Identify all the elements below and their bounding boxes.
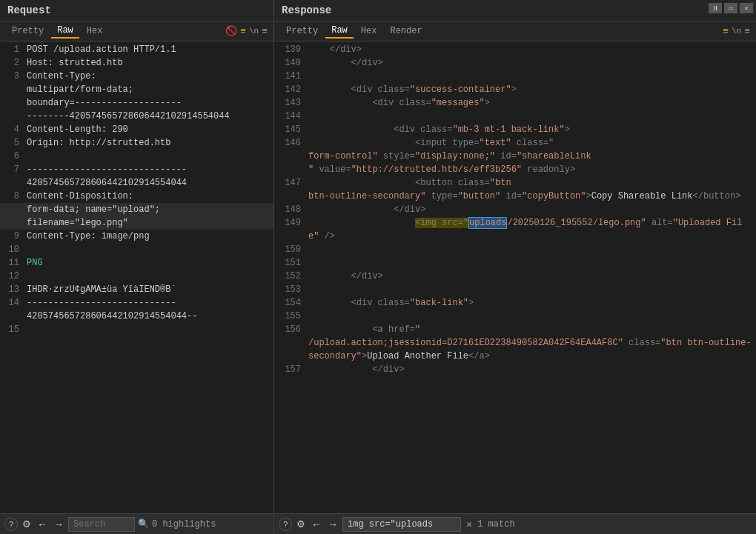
- line-num: 9: [4, 230, 19, 243]
- request-panel-header: Request: [0, 0, 273, 21]
- line-content: </div>: [308, 56, 383, 70]
- line-content: </div>: [308, 270, 383, 283]
- tab-response-render[interactable]: Render: [384, 24, 428, 38]
- highlights-label: 0 highlights: [152, 519, 216, 530]
- line-content: filename="lego.png": [27, 216, 128, 230]
- table-row: 9 Content-Type: image/png: [0, 230, 273, 243]
- table-row: 15: [0, 323, 273, 336]
- line-num: [4, 203, 19, 216]
- table-row: 148 </div>: [274, 203, 756, 216]
- line-content: multipart/form-data;: [27, 83, 133, 96]
- back-button-right[interactable]: ←: [310, 518, 323, 530]
- response-newline-icon[interactable]: \n: [732, 27, 741, 36]
- help-button-right[interactable]: ?: [279, 518, 292, 531]
- back-button-left[interactable]: ←: [36, 518, 49, 530]
- tab-request-pretty[interactable]: Pretty: [6, 24, 50, 38]
- request-content: 1 POST /upload.action HTTP/1.1 2 Host: s…: [0, 41, 273, 513]
- line-num: 155: [279, 310, 301, 323]
- line-content: Content-Disposition:: [27, 190, 133, 203]
- search-input-right[interactable]: [342, 517, 461, 532]
- settings-button-left[interactable]: ⚙: [21, 518, 33, 530]
- line-num: 14: [4, 296, 19, 310]
- table-row: form-control" style="display:none;" id="…: [274, 150, 756, 163]
- line-content: </div>: [308, 363, 405, 376]
- table-row: --------420574565728606442102914554044: [0, 110, 273, 123]
- line-num: 2: [4, 56, 19, 70]
- line-content: </div>: [308, 203, 425, 216]
- line-num: 13: [4, 283, 19, 296]
- table-row: boundary=--------------------: [0, 96, 273, 110]
- line-num: 10: [4, 243, 19, 256]
- table-row: form-data; name="upload";: [0, 203, 273, 216]
- request-no-cache-icon[interactable]: 🚫: [225, 25, 237, 37]
- close-icon[interactable]: ✕: [740, 3, 753, 13]
- tab-response-pretty[interactable]: Pretty: [280, 24, 324, 38]
- search-icon-left: 🔍: [138, 518, 149, 530]
- table-row: 150: [274, 243, 756, 256]
- line-num: 153: [279, 283, 301, 296]
- line-content: <a href=": [308, 323, 420, 336]
- table-row: 149 <img src="uploads/20250126_195552/le…: [274, 216, 756, 243]
- search-input-left[interactable]: [68, 517, 135, 532]
- pause-icon[interactable]: ⏸: [709, 3, 722, 13]
- line-content: Content-Type: image/png: [27, 230, 150, 243]
- line-content: boundary=--------------------: [27, 96, 182, 110]
- response-menu-icon[interactable]: ≡: [744, 26, 750, 37]
- line-num: 143: [279, 96, 301, 110]
- tab-request-raw[interactable]: Raw: [51, 24, 79, 39]
- line-num: 151: [279, 256, 301, 270]
- line-content: IHDR·zrzU¢gAMA±üa YîàIEND®B`: [27, 283, 176, 296]
- table-row: 154 <div class="back-link">: [274, 296, 756, 310]
- line-content: <div class="messages">: [308, 96, 490, 110]
- response-format-icon[interactable]: ≡: [723, 26, 729, 37]
- table-row: btn-outline-secondary" type="button" id=…: [274, 190, 756, 203]
- table-row: multipart/form-data;: [0, 83, 273, 96]
- table-row: 155: [274, 310, 756, 323]
- request-tabs-bar: Pretty Raw Hex 🚫 ≡ \n ≡: [0, 21, 273, 41]
- request-menu-icon[interactable]: ≡: [262, 26, 268, 37]
- tab-response-hex[interactable]: Hex: [355, 24, 383, 38]
- line-num: 150: [279, 243, 301, 256]
- line-num: [4, 110, 19, 123]
- line-num: 139: [279, 43, 301, 56]
- line-content: Content-Length: 290: [27, 123, 128, 136]
- tab-request-hex[interactable]: Hex: [81, 24, 109, 38]
- table-row: 153: [274, 283, 756, 296]
- table-row: 143 <div class="messages">: [274, 96, 756, 110]
- left-toolbar: ? ⚙ ← → 🔍 0 highlights: [0, 514, 274, 534]
- tile-icon[interactable]: ▭: [724, 3, 737, 13]
- line-num: 5: [4, 136, 19, 150]
- table-row: 13 IHDR·zrzU¢gAMA±üa YîàIEND®B`: [0, 283, 273, 296]
- line-num: 11: [4, 256, 19, 270]
- request-newline-icon[interactable]: \n: [249, 27, 259, 36]
- forward-button-right[interactable]: →: [326, 518, 339, 530]
- table-row: 7 ------------------------------: [0, 163, 273, 176]
- line-num: 15: [4, 323, 19, 336]
- table-row: 14 ----------------------------: [0, 296, 273, 310]
- line-num: [279, 163, 301, 176]
- response-panel: Response Pretty Raw Hex Render ≡ \n ≡ 13…: [274, 0, 756, 513]
- settings-button-right[interactable]: ⚙: [295, 518, 307, 530]
- line-num: [4, 176, 19, 190]
- table-row: 151: [274, 256, 756, 270]
- line-num: 154: [279, 296, 301, 310]
- line-content: PNG: [27, 256, 43, 270]
- request-panel: Request Pretty Raw Hex 🚫 ≡ \n ≡ 1 POST /…: [0, 0, 274, 513]
- close-search-button[interactable]: ×: [464, 518, 474, 530]
- line-num: 157: [279, 363, 301, 376]
- help-button-left[interactable]: ?: [4, 518, 18, 531]
- table-row: 6: [0, 150, 273, 163]
- line-num: 156: [279, 323, 301, 336]
- table-row: 12: [0, 270, 273, 283]
- line-num: [4, 310, 19, 323]
- forward-button-left[interactable]: →: [52, 518, 65, 530]
- line-content: Host: strutted.htb: [27, 56, 123, 70]
- match-count-label: 1 match: [477, 519, 514, 530]
- response-tabs-bar: Pretty Raw Hex Render ≡ \n ≡: [274, 21, 756, 41]
- table-row: 147 <button class="btn: [274, 176, 756, 190]
- table-row: 156 <a href=": [274, 323, 756, 336]
- line-num: [279, 150, 301, 163]
- tab-response-raw[interactable]: Raw: [325, 24, 354, 39]
- request-format-icon[interactable]: ≡: [240, 26, 246, 37]
- line-num: 3: [4, 70, 19, 83]
